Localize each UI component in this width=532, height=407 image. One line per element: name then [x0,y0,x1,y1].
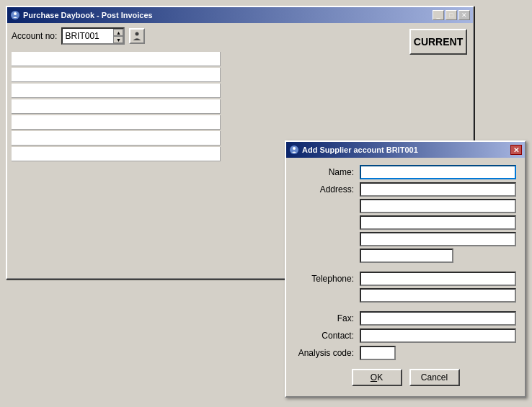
telephone-fields [360,272,516,303]
grid-area [12,52,228,161]
spin-down-button[interactable]: ▼ [113,36,123,43]
name-row: Name: [295,165,516,179]
address-label: Address: [295,182,360,194]
address-line-4[interactable] [360,232,516,246]
grid-row-1 [12,52,221,66]
cancel-button[interactable]: Cancel [409,369,460,386]
spin-buttons: ▲ ▼ [113,29,123,43]
current-button[interactable]: CURRENT [409,29,467,55]
person-browse-icon [132,31,142,41]
analysis-code-input[interactable] [360,346,396,360]
grid-row-4 [12,99,221,114]
browse-button[interactable] [129,28,145,44]
grid-row-7 [12,147,221,161]
telephone-input-1[interactable] [360,272,516,286]
ok-button[interactable]: OK [352,369,402,386]
close-button[interactable]: ✕ [458,10,470,20]
contact-input[interactable] [360,328,516,343]
telephone-input-2[interactable] [360,288,516,303]
fax-row: Fax: [295,311,516,326]
dialog-title: Add Supplier account BRIT001 [302,146,418,154]
grid-row-6 [12,131,221,146]
grid-row-2 [12,68,221,82]
address-row: Address: [295,182,516,263]
address-line-1[interactable] [360,182,516,197]
svg-point-4 [293,147,296,150]
minimize-button[interactable]: _ [433,10,444,20]
main-title: Purchase Daybook - Post Invoices [23,11,153,19]
dialog-content: Name: Address: Telephone: [286,158,525,396]
analysis-code-label: Analysis code: [295,346,360,358]
address-line-2[interactable] [360,199,516,213]
fax-label: Fax: [295,311,360,323]
address-fields [360,182,516,263]
account-label: Account no: [12,31,57,41]
analysis-code-row: Analysis code: [295,346,516,360]
dialog-close-button[interactable]: ✕ [510,145,522,155]
name-label: Name: [295,165,360,177]
dialog-buttons: OK Cancel [295,363,516,389]
account-input-group: ▲ ▼ [61,27,125,45]
main-title-bar: Purchase Daybook - Post Invoices _ □ ✕ [7,7,473,23]
name-input[interactable] [360,165,516,179]
address-line-3[interactable] [360,215,516,230]
svg-point-1 [14,12,17,15]
grid-row-5 [12,115,221,130]
contact-label: Contact: [295,328,360,341]
spacer-2 [295,305,516,311]
app-icon [10,10,20,20]
svg-point-2 [136,32,139,36]
maximize-button[interactable]: □ [445,10,457,20]
fax-input[interactable] [360,311,516,326]
dialog-app-icon [289,145,299,155]
contact-row: Contact: [295,328,516,343]
dialog-window: Add Supplier account BRIT001 ✕ Name: Add… [285,140,526,398]
spin-up-button[interactable]: ▲ [113,29,123,36]
dialog-title-bar: Add Supplier account BRIT001 ✕ [286,142,525,158]
grid-row-3 [12,84,221,98]
title-buttons: _ □ ✕ [433,10,470,20]
address-postcode[interactable] [360,249,453,263]
account-row: Account no: ▲ ▼ [12,27,469,45]
spacer-1 [295,266,516,272]
telephone-label: Telephone: [295,272,360,284]
account-input[interactable] [63,29,113,43]
telephone-row: Telephone: [295,272,516,303]
